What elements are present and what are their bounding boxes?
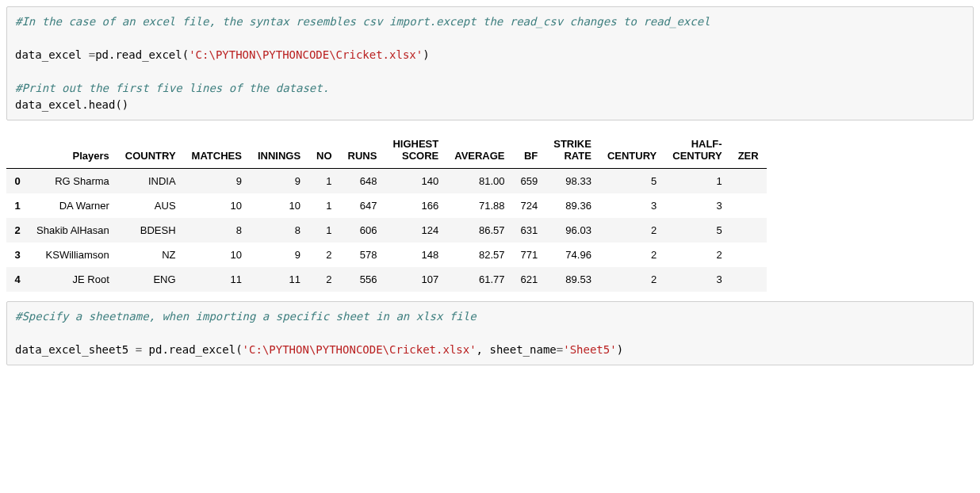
table-cell [730, 267, 767, 292]
table-cell: Shakib AlHasan [29, 218, 117, 243]
table-cell: 107 [385, 267, 446, 292]
table-cell: 3 [599, 193, 664, 218]
table-cell: 659 [513, 169, 546, 194]
table-cell [730, 193, 767, 218]
table-cell: 2 [664, 243, 729, 267]
row-index: 0 [6, 169, 29, 194]
code-comment: #In the case of an excel file, the synta… [15, 15, 710, 28]
output-area: PlayersCOUNTRYMATCHESINNINGSNORUNSHIGHES… [3, 124, 977, 298]
table-cell: 148 [385, 243, 446, 267]
table-cell: 5 [599, 169, 664, 194]
table-cell: 9 [250, 243, 308, 267]
code-token: = [136, 343, 142, 356]
row-index: 3 [6, 243, 29, 267]
table-header: NO [308, 132, 340, 169]
table-cell: 724 [513, 193, 546, 218]
table-cell: 86.57 [446, 218, 512, 243]
code-token: ) [423, 48, 429, 61]
table-cell: JE Root [29, 267, 117, 292]
table-header: BF [513, 132, 546, 169]
row-index: 4 [6, 267, 29, 292]
table-cell: 5 [664, 218, 729, 243]
code-cell-1[interactable]: #In the case of an excel file, the synta… [6, 6, 974, 120]
table-cell: 11 [250, 267, 308, 292]
table-cell: 140 [385, 169, 446, 194]
table-cell: 8 [250, 218, 308, 243]
table-cell: 98.33 [546, 169, 599, 194]
table-header: INNINGS [250, 132, 308, 169]
table-row: 2Shakib AlHasanBDESH88160612486.5763196.… [6, 218, 767, 243]
code-token: pd.read_excel( [142, 343, 242, 356]
table-cell: 124 [385, 218, 446, 243]
table-cell: 82.57 [446, 243, 512, 267]
table-header: HALF-CENTURY [664, 132, 729, 169]
table-cell: 606 [340, 218, 385, 243]
table-cell: 11 [184, 267, 250, 292]
table-cell: 621 [513, 267, 546, 292]
code-token: = [89, 48, 95, 61]
table-cell: 648 [340, 169, 385, 194]
table-cell: RG Sharma [29, 169, 117, 194]
code-token: = [557, 343, 563, 356]
table-cell: 2 [308, 243, 340, 267]
table-header: Players [29, 132, 117, 169]
code-token: pd.read_excel( [95, 48, 189, 61]
table-cell: 166 [385, 193, 446, 218]
table-header-row: PlayersCOUNTRYMATCHESINNINGSNORUNSHIGHES… [6, 132, 767, 169]
code-token: , sheet_name [477, 343, 557, 356]
table-cell: KSWilliamson [29, 243, 117, 267]
table-cell: 10 [250, 193, 308, 218]
table-cell: 81.00 [446, 169, 512, 194]
table-cell [730, 169, 767, 194]
table-cell: 74.96 [546, 243, 599, 267]
table-cell [730, 218, 767, 243]
table-header: HIGHESTSCORE [385, 132, 446, 169]
table-cell: 3 [664, 193, 729, 218]
table-cell: 89.36 [546, 193, 599, 218]
table-row: 1DA WarnerAUS1010164716671.8872489.3633 [6, 193, 767, 218]
table-cell: 647 [340, 193, 385, 218]
table-cell: 1 [308, 169, 340, 194]
code-token: data_excel_sheet5 [15, 343, 136, 356]
dataframe-table: PlayersCOUNTRYMATCHESINNINGSNORUNSHIGHES… [6, 132, 767, 292]
table-cell: 89.53 [546, 267, 599, 292]
code-cell-2[interactable]: #Specify a sheetname, when importing a s… [6, 301, 974, 365]
table-cell: 578 [340, 243, 385, 267]
table-cell: 771 [513, 243, 546, 267]
table-header: AVERAGE [446, 132, 512, 169]
table-cell [730, 243, 767, 267]
table-cell: 2 [599, 243, 664, 267]
table-cell: DA Warner [29, 193, 117, 218]
code-token: data_excel.head() [15, 98, 128, 111]
code-string: 'Sheet5' [563, 343, 616, 356]
table-cell: 2 [599, 218, 664, 243]
table-cell: 556 [340, 267, 385, 292]
code-string: 'C:\PYTHON\PYTHONCODE\Cricket.xlsx' [189, 48, 423, 61]
code-token: ) [617, 343, 623, 356]
code-comment: #Print out the first five lines of the d… [15, 82, 329, 94]
table-cell: INDIA [117, 169, 184, 194]
table-header: RUNS [340, 132, 385, 169]
table-row: 0RG SharmaINDIA99164814081.0065998.3351 [6, 169, 767, 194]
table-row: 3KSWilliamsonNZ109257814882.5777174.9622 [6, 243, 767, 267]
table-cell: 96.03 [546, 218, 599, 243]
table-cell: 71.88 [446, 193, 512, 218]
table-header: STRIKERATE [546, 132, 599, 169]
table-corner [6, 132, 29, 169]
table-cell: 1 [308, 193, 340, 218]
table-header: MATCHES [184, 132, 250, 169]
table-cell: 631 [513, 218, 546, 243]
table-cell: 2 [599, 267, 664, 292]
row-index: 2 [6, 218, 29, 243]
table-cell: NZ [117, 243, 184, 267]
code-token: data_excel [15, 48, 89, 61]
table-cell: 61.77 [446, 267, 512, 292]
table-header: ZER [730, 132, 767, 169]
table-header: CENTURY [599, 132, 664, 169]
table-cell: 9 [250, 169, 308, 194]
table-cell: 8 [184, 218, 250, 243]
table-cell: 10 [184, 243, 250, 267]
table-cell: AUS [117, 193, 184, 218]
table-cell: 1 [308, 218, 340, 243]
table-cell: 2 [308, 267, 340, 292]
